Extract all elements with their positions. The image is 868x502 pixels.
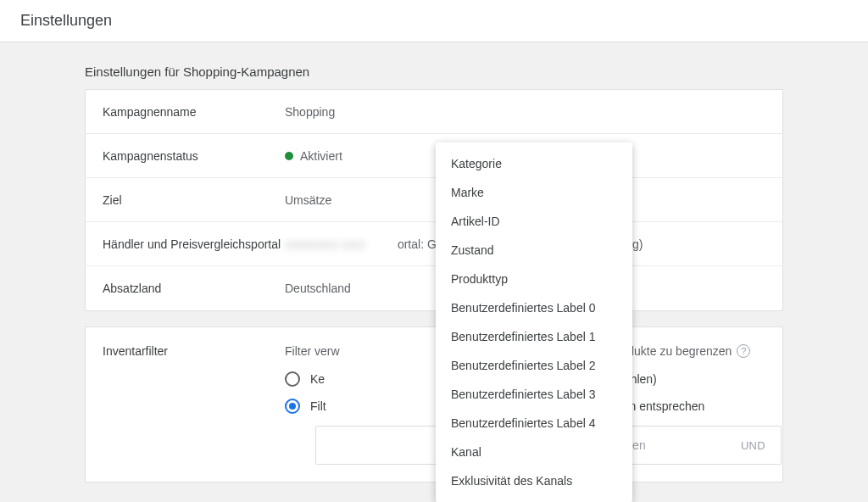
row-label: Kampagnenstatus — [103, 149, 285, 163]
dropdown-item[interactable]: Produkttyp — [436, 265, 632, 293]
dropdown-item[interactable]: Benutzerdefiniertes Label 2 — [436, 351, 632, 380]
section-title: Einstellungen für Shopping-Kampagnen — [85, 64, 783, 79]
page-title: Einstellungen — [20, 12, 848, 30]
dropdown-item[interactable]: Kanal — [436, 438, 632, 466]
dropdown-item[interactable]: Exklusivität des Kanals — [436, 466, 632, 495]
row-label: Kampagnenname — [103, 105, 285, 119]
row-merchant[interactable]: Händler und Preisvergleichsportal xxxxxx… — [86, 222, 782, 266]
row-value: Deutschland — [285, 282, 351, 295]
dropdown-item[interactable]: Benutzerdefiniertes Label 0 — [436, 293, 632, 322]
content-area: Einstellungen für Shopping-Kampagnen Kam… — [0, 42, 868, 482]
desc-pre: Filter verw — [285, 344, 340, 358]
settings-card: Kampagnenname Shopping Kampagnenstatus A… — [85, 89, 783, 311]
attribute-dropdown: KategorieMarkeArtikel-IDZustandProduktty… — [436, 142, 632, 502]
dropdown-item[interactable]: Artikel-ID — [436, 207, 632, 236]
row-country[interactable]: Absatzland Deutschland — [86, 266, 782, 310]
radio-label-pre: Filt — [310, 399, 326, 413]
radio-label-pre: Ke — [310, 372, 325, 386]
row-label: Händler und Preisvergleichsportal — [103, 237, 285, 251]
radio-icon — [285, 399, 300, 414]
row-value: Umsätze — [285, 193, 331, 207]
dropdown-item[interactable]: Benutzerdefiniertes Label 3 — [436, 380, 632, 409]
page-header: Einstellungen — [0, 0, 868, 42]
radio-icon — [285, 371, 300, 387]
row-label: Absatzland — [103, 282, 285, 295]
status-text: Aktiviert — [300, 149, 342, 163]
and-label: UND — [741, 439, 765, 452]
row-value: Shopping — [285, 105, 335, 119]
row-value: Aktiviert — [285, 149, 342, 163]
dropdown-item[interactable]: Marke — [436, 178, 632, 207]
row-campaign-status[interactable]: Kampagnenstatus Aktiviert — [86, 134, 782, 178]
dropdown-item[interactable]: Benutzerdefiniertes Label 4 — [436, 409, 632, 438]
inventory-label: Inventarfilter — [103, 344, 285, 358]
row-campaign-name[interactable]: Kampagnenname Shopping — [86, 90, 782, 134]
row-label: Ziel — [103, 193, 285, 207]
row-goal[interactable]: Ziel Umsätze — [86, 178, 782, 222]
merchant-id-blurred: xxxxxxxxx xxxx — [285, 237, 365, 251]
help-icon[interactable]: ? — [737, 344, 750, 358]
dropdown-item[interactable]: Benutzerdefiniertes Label 1 — [436, 322, 632, 351]
inventory-card: Inventarfilter Filter verw beworbenen Pr… — [85, 326, 783, 482]
dropdown-item[interactable]: Zustand — [436, 236, 632, 265]
status-dot-icon — [285, 152, 293, 160]
dropdown-item[interactable]: Kategorie — [436, 149, 632, 178]
